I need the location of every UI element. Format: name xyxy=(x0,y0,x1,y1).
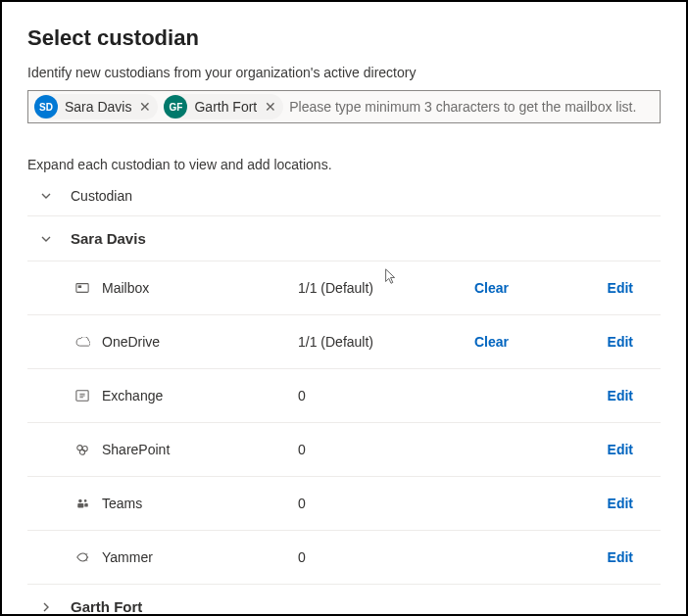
chevron-right-icon[interactable] xyxy=(39,600,53,614)
location-status: 0 xyxy=(298,442,474,457)
edit-link[interactable]: Edit xyxy=(608,549,633,565)
location-label: Teams xyxy=(102,496,298,511)
people-picker[interactable]: SD Sara Davis ✕ GF Garth Fort ✕ xyxy=(27,90,661,123)
persona-chip[interactable]: SD Sara Davis ✕ xyxy=(34,94,158,119)
location-label: Yammer xyxy=(102,549,298,565)
location-row-mailbox: Mailbox 1/1 (Default) Clear Edit xyxy=(27,261,661,314)
location-label: Mailbox xyxy=(102,280,298,296)
location-row-sharepoint: SharePoint 0 Edit xyxy=(27,422,661,476)
mailbox-icon xyxy=(74,280,90,296)
location-row-teams: Teams 0 Edit xyxy=(27,476,661,530)
chevron-down-icon[interactable] xyxy=(39,189,53,203)
persona-label: Garth Fort xyxy=(194,99,257,115)
subtitle-text: Identify new custodians from your organi… xyxy=(27,65,661,80)
svg-point-7 xyxy=(83,499,86,502)
persona-coin: GF xyxy=(164,95,187,118)
persona-coin: SD xyxy=(34,95,58,118)
clear-link[interactable]: Clear xyxy=(474,334,563,350)
location-status: 1/1 (Default) xyxy=(298,334,474,350)
svg-point-6 xyxy=(78,499,82,503)
yammer-icon xyxy=(74,549,90,565)
chevron-down-icon[interactable] xyxy=(39,232,53,246)
people-picker-input[interactable] xyxy=(289,99,654,115)
location-row-exchange: Exchange 0 Edit xyxy=(27,368,661,422)
svg-rect-8 xyxy=(77,503,83,507)
svg-rect-1 xyxy=(78,285,82,288)
custodian-name: Garth Fort xyxy=(71,598,142,615)
location-status: 0 xyxy=(298,496,474,511)
persona-label: Sara Davis xyxy=(65,99,131,115)
location-label: OneDrive xyxy=(102,334,298,350)
location-status: 0 xyxy=(298,388,474,403)
location-row-onedrive: OneDrive 1/1 (Default) Clear Edit xyxy=(27,314,661,368)
custodian-name: Sara Davis xyxy=(71,230,146,247)
edit-link[interactable]: Edit xyxy=(608,280,633,296)
expand-instruction: Expand each custodian to view and add lo… xyxy=(27,157,661,172)
location-label: Exchange xyxy=(102,388,298,403)
location-label: SharePoint xyxy=(102,442,298,457)
custodian-row[interactable]: Garth Fort xyxy=(27,584,661,616)
edit-link[interactable]: Edit xyxy=(608,496,633,511)
location-row-yammer: Yammer 0 Edit xyxy=(27,530,661,584)
persona-chip[interactable]: GF Garth Fort ✕ xyxy=(164,94,283,119)
page-title: Select custodian xyxy=(27,25,661,51)
sharepoint-icon xyxy=(74,442,90,457)
edit-link[interactable]: Edit xyxy=(608,442,633,457)
edit-link[interactable]: Edit xyxy=(608,388,633,403)
column-header-custodian: Custodian xyxy=(71,188,132,204)
exchange-icon xyxy=(74,388,90,403)
teams-icon xyxy=(74,496,90,511)
close-icon[interactable]: ✕ xyxy=(264,100,277,114)
location-status: 0 xyxy=(298,549,474,565)
edit-link[interactable]: Edit xyxy=(608,334,633,350)
table-header-row: Custodian xyxy=(27,180,661,213)
onedrive-icon xyxy=(74,334,90,350)
clear-link[interactable]: Clear xyxy=(474,280,563,296)
location-status: 1/1 (Default) xyxy=(298,280,474,296)
close-icon[interactable]: ✕ xyxy=(138,100,152,114)
custodian-row[interactable]: Sara Davis xyxy=(27,215,661,261)
svg-rect-9 xyxy=(84,503,88,507)
